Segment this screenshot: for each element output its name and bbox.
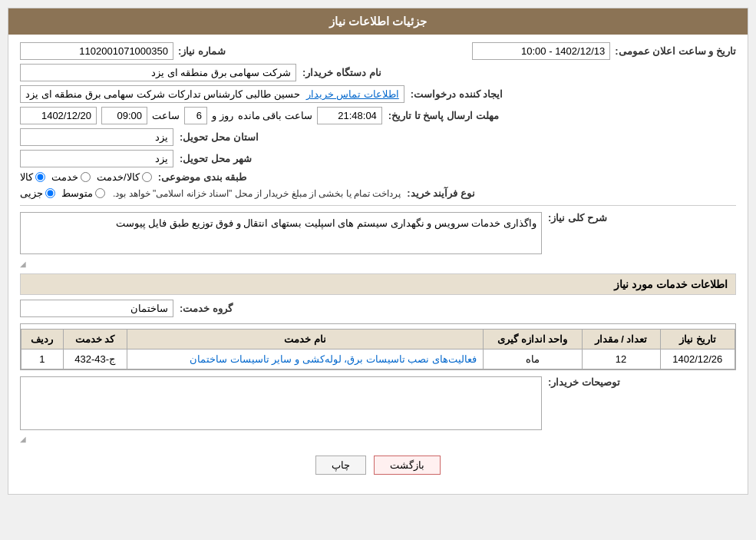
process-jozyi-label: جزیی: [20, 187, 43, 199]
col-quantity: تعداد / مقدار: [582, 330, 660, 350]
process-motavaset-radio[interactable]: [95, 188, 105, 198]
category-khedmat-radio[interactable]: [81, 172, 91, 182]
category-kala-khedmat-radio[interactable]: [142, 172, 152, 182]
day-and-label: روز و: [212, 110, 233, 121]
cell-unit: ماه: [483, 350, 582, 369]
back-button[interactable]: بازگشت: [374, 456, 441, 475]
time-label: ساعت: [152, 110, 180, 121]
buyer-org-label: نام دستگاه خریدار:: [302, 67, 381, 78]
buyer-notes-resize[interactable]: ◢: [20, 435, 26, 443]
process-note: پرداخت تمام یا بخشی از مبلغ خریدار از مح…: [113, 188, 401, 199]
need-number-value: 1102001071000350: [20, 42, 173, 60]
announce-date-value: 1402/12/13 - 10:00: [472, 42, 610, 60]
col-unit: واحد اندازه گیری: [483, 330, 582, 350]
service-section-title: اطلاعات خدمات مورد نیاز: [20, 273, 736, 295]
creator-contact-link[interactable]: اطلاعات تماس خریدار: [306, 88, 399, 100]
col-date: تاریخ نیاز: [660, 330, 735, 350]
announce-date-label: تاریخ و ساعت اعلان عمومی:: [615, 45, 736, 57]
creator-label: ایجاد کننده درخواست:: [411, 88, 503, 100]
province-label: استان محل تحویل:: [180, 131, 259, 143]
category-kala-khedmat-label: کالا/خدمت: [97, 171, 140, 183]
cell-row-num: 1: [21, 350, 64, 369]
remaining-label: ساعت باقی مانده: [238, 110, 312, 121]
service-table: تاریخ نیاز تعداد / مقدار واحد اندازه گیر…: [21, 329, 735, 369]
cell-date: 1402/12/26: [660, 350, 735, 369]
category-khedmat-label: خدمت: [51, 171, 78, 183]
col-row-num: ردیف: [21, 330, 64, 350]
buyer-notes-textarea[interactable]: [20, 376, 542, 430]
cell-quantity: 12: [582, 350, 660, 369]
deadline-days: 6: [184, 107, 207, 124]
col-service-code: کد خدمت: [63, 330, 127, 350]
city-label: شهر محل تحویل:: [180, 153, 252, 164]
creator-value: حسین طالبی کارشناس تدارکات شرکت سهامی بر…: [25, 88, 300, 100]
page-title: جزئیات اطلاعات نیاز: [8, 8, 748, 35]
deadline-date: 1402/12/20: [20, 107, 97, 124]
deadline-remaining: 21:48:04: [317, 107, 382, 124]
category-label: طبقه بندی موضوعی:: [158, 171, 247, 183]
sherh-label: شرح کلی نیاز:: [548, 212, 607, 224]
print-button[interactable]: چاپ: [315, 456, 366, 475]
process-motavaset-label: متوسط: [61, 187, 93, 199]
category-kala-label: کالا: [20, 171, 33, 183]
resize-handle[interactable]: ◢: [20, 260, 26, 268]
service-group-label: گروه خدمت:: [180, 303, 233, 314]
cell-service-name: فعالیت‌های نصب تاسیسات برق، لوله‌کشی و س…: [127, 350, 483, 369]
category-kala-radio[interactable]: [35, 172, 45, 182]
process-jozyi-radio[interactable]: [45, 188, 55, 198]
province-value: یزد: [20, 128, 173, 146]
buyer-org-value: شرکت سهامی برق منطقه ای یزد: [20, 64, 296, 81]
buyer-notes-label: توصیحات خریدار:: [548, 376, 620, 388]
deadline-label: مهلت ارسال پاسخ تا تاریخ:: [388, 110, 499, 121]
service-group-value: ساختمان: [20, 300, 173, 317]
sherh-value: واگذاری خدمات سرویس و نگهداری سیستم های …: [116, 217, 536, 229]
deadline-time: 09:00: [101, 107, 147, 124]
table-row: 1402/12/26 12 ماه فعالیت‌های نصب تاسیسات…: [21, 350, 735, 369]
process-label: نوع فرآیند خرید:: [407, 187, 475, 199]
cell-service-code: ج-43-432: [63, 350, 127, 369]
need-number-label: شماره نیاز:: [178, 45, 226, 57]
city-value: یزد: [20, 150, 173, 167]
col-service-name: نام خدمت: [127, 330, 483, 350]
